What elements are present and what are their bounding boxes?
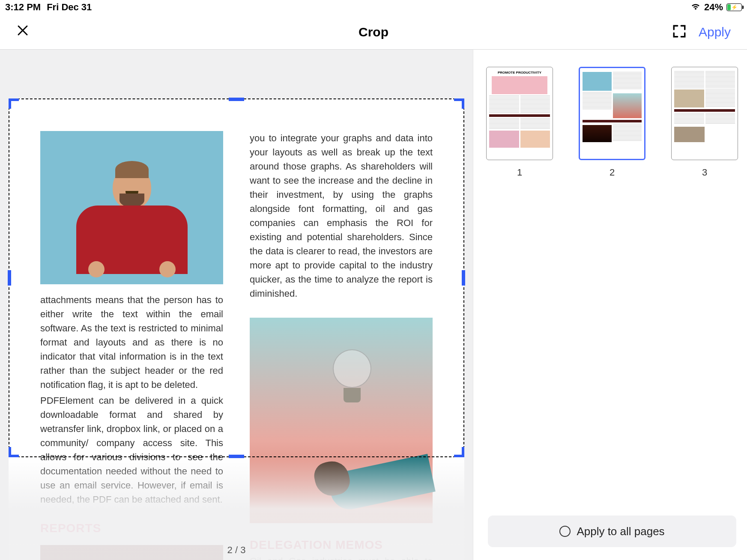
page-title: Crop [359, 25, 388, 39]
page-thumbnail-1[interactable]: PROMOTE PRODUCTIVITY [486, 67, 553, 160]
section-heading-reports: REPORTS [40, 519, 223, 537]
body-text: PDFElement can be delivered in a quick d… [40, 393, 223, 506]
page-image-happy-man [40, 131, 223, 284]
thumbnail-heading: PROMOTE PRODUCTIVITY [489, 70, 550, 75]
body-text: Oil and Gas industries must be able to d… [250, 554, 433, 560]
status-date: Fri Dec 31 [47, 2, 92, 13]
status-bar: 3:12 PM Fri Dec 31 24% ⚡ [0, 0, 747, 15]
thumbnail-number: 2 [610, 167, 615, 178]
page-image-sunset [40, 545, 223, 560]
apply-all-label: Apply to all pages [577, 525, 664, 538]
apply-button[interactable]: Apply [699, 25, 731, 39]
page-thumbnail-3[interactable] [671, 67, 738, 160]
document-page: attachments means that the person has to… [9, 98, 464, 560]
page-counter: 2 / 3 [227, 545, 246, 556]
thumbnail-number: 1 [517, 167, 522, 178]
body-text: attachments means that the person has to… [40, 293, 223, 392]
close-icon[interactable] [16, 24, 29, 40]
page-image-lightbulb [250, 318, 433, 523]
body-text: you to integrate your graphs and data in… [250, 131, 433, 301]
expand-icon[interactable] [672, 24, 687, 40]
page-thumbnail-2[interactable] [579, 67, 645, 160]
section-heading-delegation: DELEGATION MEMOS [250, 536, 433, 554]
status-time: 3:12 PM [5, 2, 41, 13]
radio-icon [559, 526, 571, 537]
crop-header: Crop Apply [0, 15, 747, 50]
thumbnail-number: 3 [702, 167, 707, 178]
page-thumbnails-panel: PROMOTE PRODUCTIVITY 1 2 [473, 50, 747, 560]
battery-percent: 24% [704, 2, 723, 13]
crop-canvas[interactable]: attachments means that the person has to… [0, 50, 473, 560]
apply-to-all-pages-button[interactable]: Apply to all pages [488, 515, 736, 547]
wifi-icon [690, 2, 701, 13]
battery-icon: ⚡ [726, 3, 742, 11]
